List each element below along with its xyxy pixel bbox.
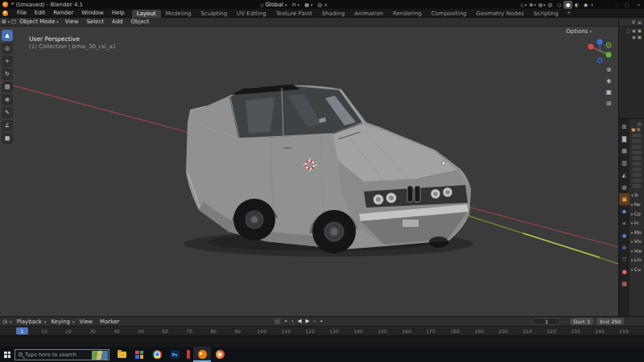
proportional-edit-icon[interactable]: ◎ (317, 2, 322, 8)
cursor-tool[interactable]: ◎ (2, 43, 13, 54)
scale-tool[interactable]: ▧ (2, 81, 13, 93)
tab-world[interactable]: ◍ (619, 181, 630, 193)
minimize-button[interactable]: – (615, 2, 617, 7)
annotate-tool[interactable]: ✎ (2, 107, 13, 118)
tab-data[interactable]: ▽ (619, 253, 630, 265)
shading-solid[interactable]: ● (564, 1, 572, 9)
shading-material[interactable]: ◐ (572, 1, 581, 9)
outliner-toggle-icon[interactable]: ▣ (638, 28, 642, 33)
viewport-menu-item[interactable]: View (61, 19, 83, 25)
timeline-menu-item[interactable]: Keying (48, 319, 72, 325)
timeline-editor-icon[interactable]: ◷ (0, 319, 10, 325)
timeline-menu-item[interactable]: Playback (14, 319, 44, 325)
tab-modifiers[interactable]: ◆ (619, 205, 630, 217)
editor-type-icon[interactable]: ⊞ (0, 19, 7, 25)
next-keyframe-button[interactable]: › (314, 318, 316, 324)
add-cube-tool[interactable]: ▦ (2, 133, 13, 144)
properties-panel-header[interactable]: ▸Vis (631, 238, 643, 244)
photoshop-icon[interactable]: Ps (166, 347, 184, 362)
news-weather-thumbnail[interactable] (92, 351, 108, 360)
gizmos-toggle-icon[interactable]: ⊕ (529, 2, 533, 7)
object-visibility-icon[interactable]: ◇ (520, 2, 524, 7)
properties-panel-header[interactable]: ▸Lin (631, 257, 643, 262)
jump-start-button[interactable]: « (284, 318, 287, 324)
red-app-icon[interactable] (184, 347, 193, 362)
camera-view-icon[interactable]: ▣ (605, 88, 612, 96)
3d-viewport[interactable]: ▲◎+↻▧⊕✎∠▦ User Perspective (1) Collectio… (0, 27, 618, 316)
tab-constraints[interactable]: ⊗ (619, 241, 630, 253)
blender-taskbar-icon[interactable] (193, 347, 211, 362)
toggle-perspective-icon[interactable]: ⊞ (606, 100, 612, 107)
viewport-menu-item[interactable]: Object (127, 19, 154, 25)
photos-app-icon[interactable] (130, 347, 148, 362)
current-frame-indicator[interactable]: 1 (16, 327, 28, 335)
outliner-toggle-icon[interactable]: ▣ (638, 35, 642, 39)
properties-panel-header[interactable]: ▸Mo (631, 229, 643, 235)
chrome-icon[interactable] (148, 347, 166, 362)
measure-tool[interactable]: ∠ (2, 120, 13, 131)
snap-target-icon[interactable]: ▦ (304, 2, 309, 7)
browser-icon[interactable] (211, 347, 229, 362)
play-reverse-button[interactable]: ◀ (298, 318, 302, 324)
viewport-menu-item[interactable]: Select (82, 19, 108, 25)
menu-item[interactable]: Edit (31, 10, 50, 16)
timeline-menu-item[interactable]: Marker (97, 319, 122, 325)
properties-search-icon[interactable]: ◎ (631, 121, 643, 126)
viewport-menu-item[interactable]: Add (108, 19, 127, 25)
workspace-tab[interactable]: Scripting (529, 10, 564, 18)
transform-tool[interactable]: ⊕ (2, 94, 13, 105)
tab-view-layer[interactable]: ▥ (619, 157, 630, 169)
taskbar-search[interactable]: Type here to search (14, 349, 109, 360)
start-frame-field[interactable]: Start1 (570, 318, 594, 325)
menu-item[interactable]: Help (108, 10, 129, 16)
snap-magnet-icon[interactable]: ∩ (291, 2, 295, 8)
shading-rendered[interactable]: ◉ (581, 1, 590, 9)
select-box-tool[interactable]: ▲ (2, 30, 13, 41)
outliner-menu-icon[interactable]: ≡ (638, 19, 642, 25)
workspace-tab[interactable]: UV Editing (232, 10, 271, 18)
tab-tool[interactable]: ⊞ (619, 121, 630, 133)
overlays-toggle-icon[interactable]: ◍ (539, 2, 543, 7)
orientation-caret-icon[interactable]: ▾ (285, 2, 287, 7)
outliner-toggle-icon[interactable]: ◉ (632, 35, 636, 39)
options-button[interactable]: Options ▾ (566, 28, 592, 35)
close-button[interactable]: × (637, 2, 641, 7)
tab-physics[interactable]: ◉ (619, 229, 630, 241)
current-frame-field[interactable]: 1 (533, 318, 560, 325)
workspace-tab[interactable]: Animation (349, 10, 388, 18)
move-tool[interactable]: + (2, 56, 13, 67)
visibility-caret-icon[interactable]: ▾ (525, 2, 527, 7)
menu-item[interactable]: File (13, 10, 31, 16)
tab-output[interactable]: ▤ (619, 145, 630, 157)
workspace-tab[interactable]: Modeling (161, 10, 196, 18)
mode-dropdown[interactable]: Object Mode (18, 19, 56, 25)
gizmos-caret-icon[interactable]: ▾ (534, 2, 536, 7)
menu-item[interactable]: Window (77, 10, 108, 16)
snap-caret-icon[interactable]: ▾ (298, 2, 300, 7)
play-button[interactable]: ▶ (306, 318, 310, 324)
jump-end-button[interactable]: » (320, 318, 323, 324)
tab-scene[interactable]: ◭ (619, 169, 630, 181)
overlays-caret-icon[interactable]: ▾ (543, 2, 546, 7)
workspace-tab[interactable]: Geometry Nodes (472, 10, 529, 18)
lock-range-icon[interactable]: ◦ (564, 319, 567, 324)
transform-sliders[interactable] (631, 134, 643, 189)
add-workspace-button[interactable]: + (564, 10, 575, 16)
rotate-tool[interactable]: ↻ (2, 68, 13, 80)
prev-keyframe-button[interactable]: ‹ (291, 318, 294, 324)
snap-target-caret-icon[interactable]: ▾ (311, 2, 313, 7)
end-frame-field[interactable]: End250 (597, 318, 624, 325)
auto-keying-toggle[interactable]: ○ (274, 318, 281, 325)
outliner-filter-icon[interactable]: ∇ (632, 19, 635, 25)
outliner-toggle-icon[interactable]: ◉ (632, 28, 636, 33)
workspace-tab[interactable]: Compositing (427, 10, 472, 18)
mode-caret-icon[interactable]: ▾ (56, 19, 59, 24)
proportional-falloff-icon[interactable]: ∧ (324, 2, 327, 7)
properties-panel-header[interactable]: ▾Tr (631, 192, 643, 198)
workspace-tab[interactable]: Shading (317, 10, 349, 18)
start-button[interactable] (0, 347, 14, 362)
pan-hand-icon[interactable]: ◈ (606, 77, 611, 84)
properties-panel-header[interactable]: ▸Re (631, 201, 643, 207)
zoom-icon[interactable]: ⊕ (606, 66, 612, 73)
file-explorer-icon[interactable] (113, 347, 130, 362)
